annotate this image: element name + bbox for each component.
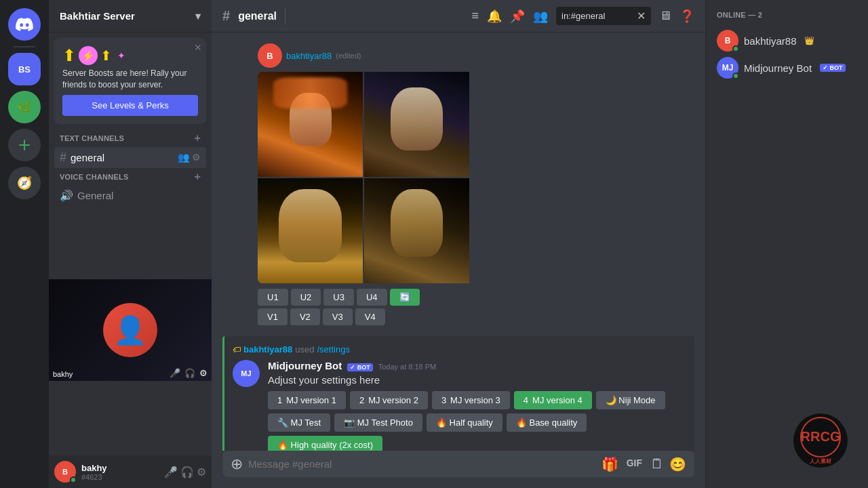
headphone-icon: 🎧: [184, 368, 195, 378]
image-message: B bakhtiyar88 (edited): [222, 43, 694, 325]
help-icon[interactable]: ❓: [679, 9, 694, 24]
base-quality-button[interactable]: 🔥 Base quality: [507, 413, 587, 432]
mj-version-2-button[interactable]: 2 MJ version 2: [350, 391, 428, 409]
user-info: bakhy #4623: [81, 463, 159, 481]
channel-hash-icon: #: [222, 8, 230, 24]
chevron-down-icon: ▾: [195, 10, 201, 22]
v4-button[interactable]: V4: [355, 308, 385, 325]
v3-button[interactable]: V3: [323, 308, 353, 325]
member-name-mjbot: Midjourney Bot: [744, 62, 812, 74]
bot-badge: ✓ BOT: [347, 363, 373, 371]
u4-button[interactable]: U4: [357, 289, 387, 306]
mj-test-photo-button[interactable]: 📷 MJ Test Photo: [334, 413, 422, 432]
sidebar: Bakhtiar Server ▾ ✕ ⬆ ⚡ ⬆ ✦ Server Boost…: [49, 0, 212, 488]
bot-name: Midjourney Bot: [268, 360, 342, 371]
user-settings-icon[interactable]: ⚙: [197, 466, 206, 479]
voice-channel-name: General: [77, 190, 113, 201]
u1-button[interactable]: U1: [258, 289, 288, 306]
sticker-icon[interactable]: 🗒: [650, 456, 664, 472]
search-box[interactable]: in:#general ✕: [556, 7, 651, 25]
channel-name: general: [71, 152, 104, 163]
emoji-icon[interactable]: 😊: [669, 456, 686, 472]
server-list: BS 🌿 🧭: [0, 0, 49, 488]
gift-icon[interactable]: 🎁: [601, 456, 618, 472]
bakhtiar-server-icon[interactable]: BS: [8, 53, 41, 85]
variation-buttons-row: V1 V2 V3 V4: [258, 308, 694, 325]
settings-icon: ⚙: [192, 152, 201, 163]
user-tag: #4623: [81, 473, 159, 481]
member-avatar-bakhtiyar: B: [717, 30, 738, 52]
u2-button[interactable]: U2: [291, 289, 321, 306]
members-list-icon[interactable]: 👥: [533, 9, 548, 24]
close-search-icon[interactable]: ✕: [637, 9, 646, 22]
image-message-author: bakhtiyar88: [286, 51, 332, 61]
voice-channels-section: VOICE CHANNELS + 🔊 General: [49, 168, 212, 205]
server-name-header[interactable]: Bakhtiar Server ▾: [49, 0, 212, 33]
settings-icon-bottom[interactable]: ⚙: [199, 368, 208, 378]
member-item-bakhtiyar[interactable]: B bakhtiyar88 👑: [717, 27, 857, 54]
niji-mode-button[interactable]: 🌙 Niji Mode: [596, 391, 665, 409]
image-message-timestamp: (edited): [336, 52, 361, 60]
add-content-icon[interactable]: ⊕: [231, 455, 243, 473]
server-divider: [14, 46, 35, 47]
user-status-indicator: [70, 476, 77, 483]
voice-channel-general[interactable]: 🔊 General: [54, 186, 206, 205]
text-channels-category[interactable]: TEXT CHANNELS +: [54, 129, 206, 147]
member-name-bakhtiyar: bakhtiyar88: [744, 35, 797, 47]
member-status-bot: [732, 73, 739, 79]
pin-icon[interactable]: 📌: [510, 9, 525, 24]
voice-channels-category[interactable]: VOICE CHANNELS +: [54, 168, 206, 186]
boost-description: Server Boosts are here! Rally your frien…: [62, 68, 198, 91]
discord-home-button[interactable]: [8, 8, 41, 41]
message-input[interactable]: [248, 451, 596, 477]
explore-button[interactable]: 🧭: [8, 167, 41, 199]
mj-version-3-button[interactable]: 3 MJ version 3: [432, 391, 510, 409]
input-icons: 🎁 GIF 🗒 😊: [601, 456, 686, 472]
v2-button[interactable]: V2: [290, 308, 320, 325]
threads-icon[interactable]: ≡: [471, 9, 479, 23]
command-user: bakhtiyar88: [243, 344, 292, 354]
header-divider: [285, 8, 285, 24]
member-bot-badge: ✓ BOT: [820, 64, 846, 72]
mj-test-button[interactable]: 🔧 MJ Test: [268, 413, 330, 432]
image-cell-1: [258, 72, 363, 177]
voice-icon: 🔊: [60, 189, 73, 202]
command-slash: /settings: [317, 344, 349, 354]
mic-icon: 🎤: [170, 368, 180, 378]
bot-message-content: Midjourney Bot ✓ BOT Today at 8:18 PM Ad…: [268, 360, 686, 451]
mute-icon[interactable]: 🎤: [164, 466, 178, 479]
settings-description: Adjust your settings here: [268, 374, 686, 386]
gif-icon[interactable]: GIF: [624, 456, 645, 472]
add-channel-button[interactable]: +: [194, 132, 201, 144]
right-sidebar: ONLINE — 2 B bakhtiyar88 👑 MJ Midjourney…: [705, 0, 868, 488]
add-server-button[interactable]: [8, 129, 41, 161]
image-cell-2: [364, 72, 469, 177]
v1-button[interactable]: V1: [258, 308, 288, 325]
deafen-icon[interactable]: 🎧: [180, 466, 194, 479]
refresh-button[interactable]: 🔄: [390, 289, 420, 306]
text-channels-label: TEXT CHANNELS: [60, 134, 124, 142]
message-header: Midjourney Bot ✓ BOT Today at 8:18 PM: [268, 360, 686, 371]
command-used-line: 🏷 bakhtiyar88 used /settings: [233, 344, 686, 354]
image-cell-4: [364, 178, 469, 283]
watermark: RRCG 人人素材: [793, 413, 848, 468]
members-icon: 👥: [178, 152, 189, 163]
half-quality-button[interactable]: 🔥 Half quality: [427, 413, 502, 432]
main-content: # general ≡ 🔔 📌 👥 in:#general ✕ 🖥 ❓: [212, 0, 705, 488]
settings-buttons: 1 MJ version 1 2 MJ version 2 3 MJ versi…: [268, 391, 686, 451]
u3-button[interactable]: U3: [323, 289, 354, 306]
see-levels-button[interactable]: See Levels & Perks: [62, 95, 198, 116]
inbox-icon[interactable]: 🖥: [659, 9, 671, 23]
high-quality-button[interactable]: 🔥 High quality (2x cost): [268, 436, 382, 451]
member-item-mjbot[interactable]: MJ Midjourney Bot ✓ BOT: [717, 54, 857, 81]
quality-row: 🔧 MJ Test 📷 MJ Test Photo 🔥 Half quality…: [268, 413, 686, 451]
image-grid: [258, 72, 694, 283]
server-icon-green[interactable]: 🌿: [8, 91, 41, 123]
mj-version-1-button[interactable]: 1 MJ version 1: [268, 391, 346, 409]
add-voice-channel-button[interactable]: +: [194, 171, 201, 183]
version-row: 1 MJ version 1 2 MJ version 2 3 MJ versi…: [268, 391, 686, 409]
channel-item-general[interactable]: # general 👥 ⚙: [54, 147, 206, 168]
message-time: Today at 8:18 PM: [378, 363, 437, 371]
mj-version-4-button[interactable]: 4 MJ version 4: [514, 391, 592, 409]
notification-icon[interactable]: 🔔: [487, 9, 502, 24]
